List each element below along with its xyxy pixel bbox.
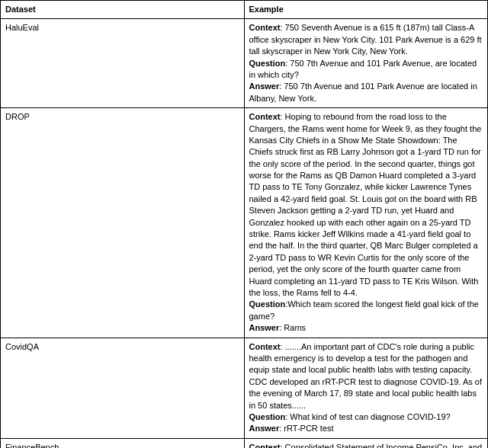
header-example: Example bbox=[244, 1, 488, 19]
example-cell: Context: Consolidated Statement of Incom… bbox=[244, 438, 488, 448]
context-text: : 750 Seventh Avenue is a 615 ft (187m) … bbox=[249, 23, 482, 56]
context-text: : Consolidated Statement of Income Pepsi… bbox=[249, 443, 483, 448]
answer-label: Answer bbox=[249, 424, 280, 433]
table-row: FinanceBenchContext: Consolidated Statem… bbox=[1, 438, 488, 448]
context-label: Context bbox=[249, 112, 281, 121]
context-text: : Hoping to rebound from the road loss t… bbox=[249, 112, 482, 297]
dataset-cell: CovidQA bbox=[1, 338, 245, 438]
table-row: HaluEvalContext: 750 Seventh Avenue is a… bbox=[1, 19, 488, 108]
answer-text: : rRT-PCR test bbox=[279, 424, 333, 433]
answer-label: Answer bbox=[249, 82, 280, 91]
dataset-cell: DROP bbox=[1, 108, 245, 338]
context-label: Context bbox=[249, 342, 281, 351]
dataset-cell: HaluEval bbox=[1, 19, 245, 108]
question-label: Question bbox=[249, 299, 286, 309]
question-label: Question bbox=[249, 59, 286, 68]
context-label: Context bbox=[249, 23, 281, 32]
example-cell: Context: .......An important part of CDC… bbox=[244, 338, 488, 438]
dataset-cell: FinanceBench bbox=[1, 438, 245, 448]
example-cell: Context: Hoping to rebound from the road… bbox=[244, 108, 488, 338]
table-row: DROPContext: Hoping to rebound from the … bbox=[1, 108, 488, 338]
question-label: Question bbox=[249, 412, 286, 421]
question-text: : What kind of test can diagnose COVID-1… bbox=[285, 412, 450, 421]
answer-text: : Rams bbox=[279, 323, 306, 332]
example-cell: Context: 750 Seventh Avenue is a 615 ft … bbox=[244, 19, 488, 108]
context-label: Context bbox=[249, 443, 281, 448]
header-dataset: Dataset bbox=[1, 1, 245, 19]
table-row: CovidQAContext: .......An important part… bbox=[1, 338, 488, 438]
context-text: : .......An important part of CDC's role… bbox=[249, 342, 483, 410]
answer-text: : 750 7th Avenue and 101 Park Avenue are… bbox=[249, 82, 477, 102]
answer-label: Answer bbox=[249, 323, 280, 332]
main-table: Dataset Example HaluEvalContext: 750 Sev… bbox=[0, 0, 488, 448]
